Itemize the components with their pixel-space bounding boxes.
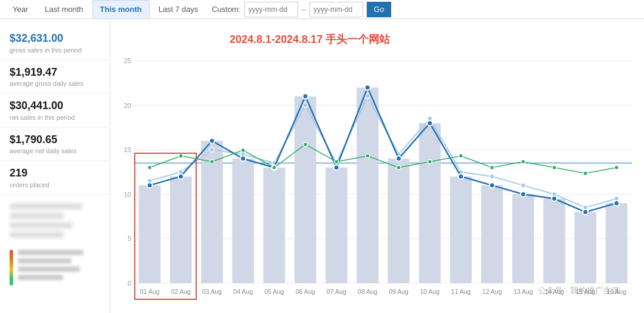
- svg-point-51: [334, 165, 339, 171]
- svg-point-46: [178, 173, 184, 179]
- svg-text:0: 0: [128, 280, 131, 287]
- svg-text:08 Aug: 08 Aug: [358, 288, 377, 295]
- svg-point-72: [490, 166, 494, 170]
- sidebar: $32,631.00 gross sales in this period $1…: [0, 19, 110, 313]
- svg-point-47: [209, 138, 215, 144]
- svg-rect-22: [419, 123, 441, 283]
- svg-point-76: [614, 166, 618, 170]
- svg-point-62: [179, 154, 183, 158]
- svg-text:12 Aug: 12 Aug: [482, 288, 502, 295]
- tab-last-month[interactable]: Last month: [37, 0, 91, 19]
- tab-year[interactable]: Year: [5, 0, 36, 19]
- svg-rect-13: [139, 185, 161, 283]
- svg-text:20: 20: [124, 102, 131, 109]
- blurred-stats: [0, 197, 110, 247]
- date-from-input[interactable]: [244, 2, 298, 17]
- svg-rect-21: [388, 159, 410, 283]
- svg-point-74: [552, 166, 556, 170]
- svg-text:5: 5: [128, 235, 131, 242]
- svg-text:07 Aug: 07 Aug: [327, 288, 346, 295]
- svg-point-36: [365, 94, 370, 99]
- svg-point-63: [210, 160, 214, 164]
- svg-point-70: [428, 160, 432, 164]
- svg-point-55: [458, 173, 463, 179]
- svg-point-52: [365, 85, 370, 90]
- stat-avg-net: $1,790.65 average net daily sales: [0, 128, 110, 162]
- svg-text:03 Aug: 03 Aug: [202, 288, 222, 295]
- custom-label: Custom:: [212, 5, 240, 14]
- svg-point-41: [521, 183, 525, 188]
- svg-point-64: [241, 148, 245, 152]
- svg-point-59: [583, 209, 588, 215]
- svg-rect-20: [357, 88, 379, 283]
- svg-point-57: [521, 191, 526, 197]
- go-button[interactable]: Go: [367, 2, 391, 17]
- svg-point-65: [272, 166, 276, 170]
- watermark: 公众号 · 我的推广生涯: [538, 286, 620, 296]
- svg-text:25: 25: [124, 57, 131, 64]
- svg-text:10: 10: [124, 191, 131, 198]
- svg-rect-18: [295, 97, 317, 283]
- svg-rect-14: [170, 176, 192, 283]
- svg-point-69: [397, 166, 401, 170]
- stat-orders: 219 orders placed: [0, 161, 110, 195]
- svg-point-45: [147, 182, 153, 188]
- annotation: 2024.8.1-2024.8.17 手头一个网站: [230, 32, 390, 47]
- svg-rect-25: [512, 194, 534, 283]
- svg-point-66: [304, 142, 308, 147]
- svg-point-53: [396, 156, 401, 162]
- svg-point-54: [427, 120, 432, 126]
- svg-point-67: [335, 160, 339, 164]
- tab-this-month[interactable]: This month: [92, 0, 150, 19]
- svg-text:09 Aug: 09 Aug: [389, 288, 408, 295]
- svg-point-34: [303, 103, 308, 108]
- stat-gross-sales: $32,631.00 gross sales in this period: [0, 26, 110, 60]
- svg-point-73: [521, 160, 525, 164]
- svg-point-75: [583, 171, 587, 175]
- svg-rect-23: [450, 176, 472, 283]
- svg-text:13 Aug: 13 Aug: [513, 288, 533, 295]
- svg-rect-24: [481, 185, 503, 283]
- svg-point-48: [240, 156, 246, 162]
- date-to-input[interactable]: [309, 2, 363, 17]
- main-layout: $32,631.00 gross sales in this period $1…: [0, 19, 644, 313]
- chart-area: 2024.8.1-2024.8.17 手头一个网站 公众号 · 我的推广生涯 0…: [110, 19, 644, 313]
- date-range-dash: –: [302, 5, 306, 14]
- svg-text:01 Aug: 01 Aug: [140, 288, 160, 295]
- svg-rect-27: [574, 212, 596, 283]
- svg-point-56: [490, 182, 495, 188]
- svg-point-58: [552, 196, 557, 202]
- top-nav: Year Last month This month Last 7 days C…: [0, 0, 644, 19]
- svg-text:05 Aug: 05 Aug: [264, 288, 284, 295]
- main-chart: 051015202501 Aug02 Aug03 Aug04 Aug05 Aug…: [110, 19, 644, 313]
- svg-point-31: [209, 147, 214, 152]
- svg-point-68: [366, 154, 370, 158]
- stat-net-sales: $30,441.00 net sales in this period: [0, 94, 110, 128]
- svg-rect-26: [543, 199, 565, 283]
- svg-point-60: [614, 200, 619, 206]
- svg-text:04 Aug: 04 Aug: [233, 288, 253, 295]
- svg-text:11 Aug: 11 Aug: [451, 288, 471, 295]
- svg-text:02 Aug: 02 Aug: [171, 288, 191, 295]
- svg-text:10 Aug: 10 Aug: [420, 288, 439, 295]
- svg-text:15: 15: [124, 146, 131, 153]
- svg-point-71: [459, 154, 463, 158]
- svg-rect-19: [326, 168, 348, 283]
- svg-rect-28: [606, 203, 628, 283]
- svg-point-50: [303, 94, 308, 99]
- tab-last-7-days[interactable]: Last 7 days: [151, 0, 206, 19]
- svg-point-40: [490, 174, 494, 179]
- svg-rect-17: [264, 168, 286, 283]
- svg-point-61: [148, 166, 152, 170]
- svg-text:06 Aug: 06 Aug: [296, 288, 315, 295]
- stat-avg-gross: $1,919.47 average gross daily sales: [0, 60, 110, 94]
- svg-rect-16: [232, 159, 254, 283]
- color-bar-section: [10, 250, 100, 286]
